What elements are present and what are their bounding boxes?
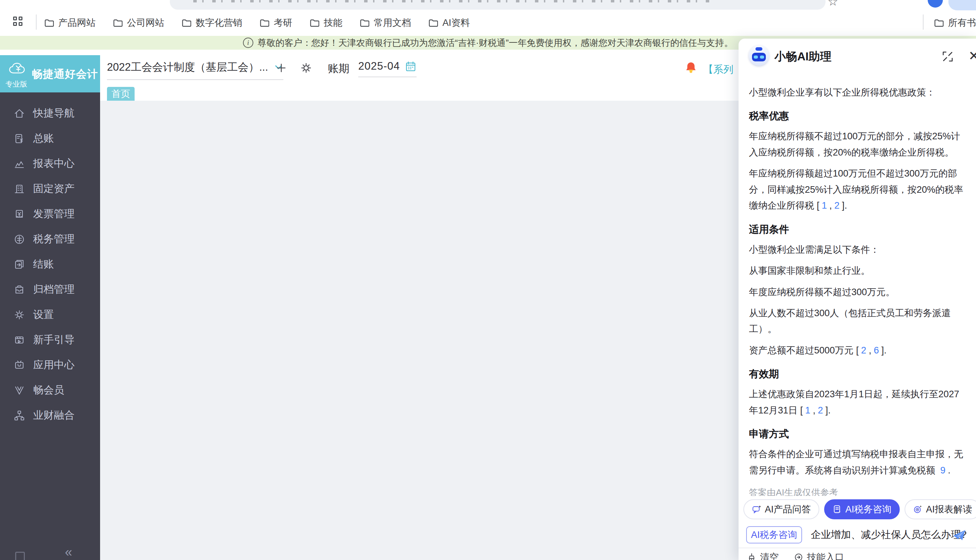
- sidebar-item-label: 畅会员: [33, 383, 64, 397]
- sidebar-item-business-finance-fusion[interactable]: 业财融合: [0, 403, 100, 428]
- sidebar-item-label: 结账: [33, 257, 54, 272]
- sidebar-item-quick-nav[interactable]: 快捷导航: [0, 101, 100, 126]
- ai-paragraph: 从业人数不超过300人（包括正式员工和劳务派遣工）。: [749, 305, 967, 337]
- app-root: ☆ 产品网站 公司网站 数字化营销: [0, 0, 976, 560]
- skills-entry-button[interactable]: 技能入口: [794, 551, 844, 560]
- apps-grid-icon[interactable]: [13, 17, 23, 26]
- sidebar-item-report-center[interactable]: 报表中心: [0, 151, 100, 176]
- ai-panel-title: 小畅AI助理: [774, 49, 831, 65]
- sidebar: 畅捷通好会计 专业版 快捷导航 总账 报表中心 固定资产 发票管理 税务管理: [0, 55, 100, 560]
- closing-icon: [13, 258, 25, 271]
- citation-bracket: ].: [842, 200, 847, 211]
- url-text-sliver: [193, 0, 711, 2]
- citation-separator: ,: [829, 200, 832, 211]
- sidebar-bottom-icon[interactable]: [15, 552, 25, 560]
- bookmark-folder[interactable]: AI资料: [428, 17, 470, 29]
- sidebar-item-label: 固定资产: [33, 182, 75, 196]
- period-label: 账期: [328, 62, 349, 76]
- bookmark-folder[interactable]: 常用文档: [359, 17, 411, 29]
- close-icon[interactable]: ✕: [968, 48, 976, 63]
- sidebar-item-invoice-management[interactable]: 发票管理: [0, 202, 100, 227]
- system-notice-link[interactable]: 【系列: [704, 63, 738, 77]
- home-icon: [13, 107, 25, 120]
- citation-link[interactable]: 1: [822, 200, 827, 211]
- bookmark-folder[interactable]: 公司网站: [113, 17, 164, 29]
- bookmark-folder[interactable]: 产品网站: [44, 17, 95, 29]
- citation-link[interactable]: 1: [805, 405, 811, 415]
- browser-profile-avatar[interactable]: [928, 0, 943, 8]
- ai-paragraph: 符合条件的企业可通过填写纳税申报表自主申报，无需另行申请。系统将自动识别并计算减…: [749, 446, 967, 478]
- expand-icon[interactable]: [941, 50, 954, 63]
- notification-bell-icon[interactable]: [684, 61, 698, 75]
- chip-label: AI报表解读: [926, 503, 972, 515]
- v-member-icon: [13, 384, 25, 397]
- gear-icon: [13, 308, 25, 321]
- guide-video-icon: [13, 334, 25, 346]
- citation-link[interactable]: 9: [941, 465, 946, 475]
- broom-icon: [747, 552, 757, 560]
- sidebar-item-label: 报表中心: [33, 157, 75, 171]
- period-value: 2025-04: [358, 60, 400, 72]
- sidebar-item-closing[interactable]: 结账: [0, 252, 100, 277]
- sidebar-item-label: 归档管理: [33, 282, 75, 297]
- sidebar-item-member[interactable]: 畅会员: [0, 378, 100, 403]
- folder-icon: [934, 18, 944, 28]
- sidebar-collapse-button[interactable]: «: [65, 545, 72, 560]
- sidebar-item-app-center[interactable]: 应用中心: [0, 352, 100, 378]
- citation-separator: ,: [813, 405, 816, 415]
- ledger-selector[interactable]: 2022工会会计制度（基层工会）...: [107, 60, 283, 80]
- sidebar-item-general-ledger[interactable]: 总账: [0, 126, 100, 151]
- all-bookmarks-label: 所有书签: [948, 17, 976, 29]
- browser-update-button[interactable]: [948, 0, 976, 10]
- chip-ai-tax-consult[interactable]: AI税务咨询: [824, 499, 900, 519]
- sidebar-item-label: 设置: [33, 308, 54, 322]
- ai-paragraph: 小型微利企业享有以下企业所得税优惠政策：: [749, 85, 967, 100]
- main-toolbar: 2022工会会计制度（基层工会）... 账期 2025-04 【系列: [100, 49, 739, 86]
- tab-home[interactable]: 首页: [107, 87, 135, 101]
- fixed-asset-icon: [13, 183, 25, 195]
- bookmark-folder[interactable]: 考研: [259, 17, 292, 29]
- brand-cloud-icon: [8, 61, 29, 76]
- browser-chrome: ☆ 产品网站 公司网站 数字化营销: [0, 0, 976, 36]
- chip-ai-report-read[interactable]: AI报表解读: [904, 499, 976, 519]
- bookmark-folder[interactable]: 数字化营销: [182, 17, 242, 29]
- send-icon[interactable]: [953, 528, 966, 542]
- bookmark-label: 常用文档: [374, 17, 411, 29]
- skills-label: 技能入口: [807, 551, 844, 560]
- add-ledger-button[interactable]: [276, 62, 287, 74]
- sidebar-brand-header: 畅捷通好会计 专业版: [0, 55, 100, 92]
- bookmark-star-icon[interactable]: ☆: [827, 0, 838, 8]
- citation-separator: ,: [869, 345, 871, 355]
- citation-link[interactable]: 2: [834, 200, 840, 211]
- ai-assistant-panel: 小畅AI助理 ✕ 小型微利企业享有以下企业所得税优惠政策： 税率优惠 年应纳税所…: [739, 38, 976, 560]
- citation-link[interactable]: 6: [874, 345, 879, 355]
- input-skill-tag[interactable]: AI税务咨询: [746, 526, 802, 543]
- citation-bracket: [: [856, 345, 859, 355]
- ai-toolbar: 清空 技能入口: [739, 548, 976, 560]
- bookmark-label: 产品网站: [58, 17, 95, 29]
- accounting-period: 账期 2025-04: [328, 60, 416, 77]
- folder-icon: [259, 18, 269, 28]
- ai-paragraph: 年度应纳税所得额不超过300万元。: [749, 284, 967, 300]
- sidebar-item-tax-management[interactable]: 税务管理: [0, 227, 100, 252]
- sidebar-item-beginner-guide[interactable]: 新手引导: [0, 327, 100, 352]
- bookmark-folder[interactable]: 技能: [309, 17, 343, 29]
- ai-heading: 税率优惠: [749, 109, 967, 123]
- sidebar-item-settings[interactable]: 设置: [0, 302, 100, 327]
- clear-chat-button[interactable]: 清空: [747, 551, 779, 560]
- message-input[interactable]: AI税务咨询 企业增加、减少社保人员怎么办理?: [746, 525, 968, 545]
- folder-icon: [113, 18, 122, 28]
- sidebar-item-fixed-assets[interactable]: 固定资产: [0, 176, 100, 202]
- ai-paragraph: 年应纳税所得额超过100万元但不超过300万元的部分，同样减按25%计入应纳税所…: [749, 165, 967, 213]
- chip-ai-product-qa[interactable]: AI产品问答: [744, 499, 819, 519]
- citation-link[interactable]: 2: [818, 405, 823, 415]
- calendar-icon: [405, 60, 416, 72]
- sidebar-item-archive-management[interactable]: 归档管理: [0, 277, 100, 302]
- clear-label: 清空: [760, 551, 779, 560]
- all-bookmarks-folder[interactable]: 所有书签: [934, 12, 976, 34]
- period-picker[interactable]: 2025-04: [358, 60, 416, 77]
- ledger-settings-button[interactable]: [299, 62, 313, 75]
- ai-heading: 申请方式: [749, 427, 967, 441]
- citation-bracket: ].: [881, 345, 887, 355]
- citation-link[interactable]: 2: [861, 345, 866, 355]
